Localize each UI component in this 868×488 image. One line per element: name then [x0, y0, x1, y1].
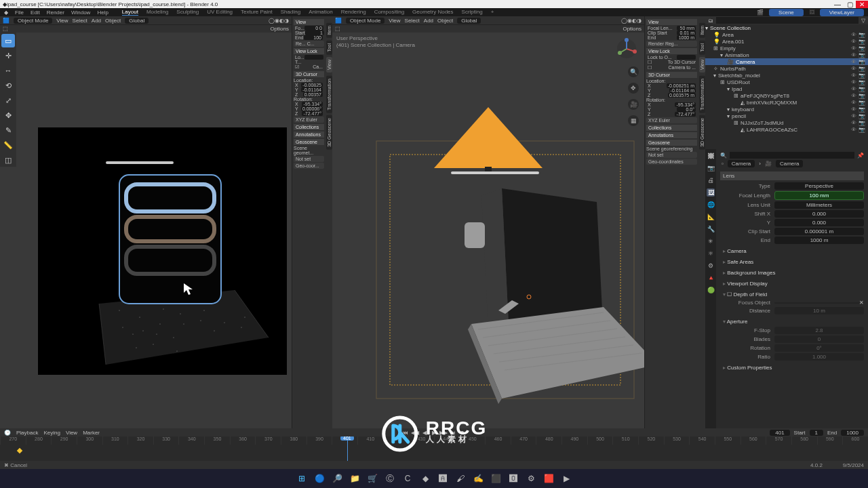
outliner-vis-icon[interactable]: 📷: [859, 86, 865, 92]
shading-icons[interactable]: ◯◉◐◑: [269, 18, 289, 24]
outliner-vis-icon[interactable]: 👁: [851, 106, 856, 113]
np-collections[interactable]: Collections: [294, 124, 324, 130]
tb-gear[interactable]: ⚙: [524, 472, 538, 485]
ntab-item[interactable]: Item: [326, 23, 332, 38]
window-max-button[interactable]: ▢: [844, 1, 856, 8]
ntab-view[interactable]: View: [326, 57, 332, 73]
start-frame-field[interactable]: 1: [810, 430, 823, 436]
tb-pen[interactable]: ✍: [471, 472, 485, 485]
tool-annotate[interactable]: ✎: [1, 123, 15, 137]
outliner-vis-icon[interactable]: 📷: [859, 59, 865, 65]
np-loc-x[interactable]: -0.00825: [301, 83, 323, 87]
tb-start[interactable]: ⊞: [295, 472, 309, 485]
pt-phys[interactable]: ⚛: [707, 249, 715, 258]
outliner-vis-icon[interactable]: 👁: [851, 79, 856, 85]
shifty-value[interactable]: 0.000: [774, 219, 864, 226]
window-min-button[interactable]: —: [831, 1, 844, 8]
outliner-item[interactable]: ⊞NJJxIZoTJsdMUd👁📷: [705, 119, 868, 126]
play-button[interactable]: ▶: [430, 429, 438, 436]
shiftx-value[interactable]: 0.000: [774, 210, 864, 218]
np-3dcursor-hdr[interactable]: 3D Cursor: [294, 71, 324, 77]
workspace-modeling[interactable]: Modeling: [146, 9, 168, 16]
outliner-type-icon[interactable]: 🗂: [708, 18, 713, 24]
cancel-text[interactable]: Cancel: [10, 462, 27, 468]
pt-scene[interactable]: 🌐: [707, 201, 715, 209]
camera-view-icon[interactable]: 🎥: [628, 99, 639, 110]
outliner-vis-icon[interactable]: 📷: [859, 73, 865, 79]
outliner-item[interactable]: ✧NurbsPath👁📷: [705, 65, 868, 72]
np-annotations[interactable]: Annotations: [294, 131, 324, 138]
workspace-animation[interactable]: Animation: [309, 9, 333, 16]
clipstart-value[interactable]: 0.000001 m: [774, 228, 864, 235]
pt-viewlayer[interactable]: 🖼: [707, 188, 715, 197]
outliner-vis-icon[interactable]: 📷: [859, 106, 865, 113]
outliner-item[interactable]: ▾pencil👁📷: [705, 113, 868, 119]
rnp-geoscene[interactable]: Geoscene: [646, 140, 697, 146]
workspace-rendering[interactable]: Rendering: [341, 9, 366, 16]
editor-type-icon-r[interactable]: 🟦: [335, 18, 342, 24]
outliner-vis-icon[interactable]: 👁: [851, 73, 856, 79]
rnp-start-val[interactable]: 0.01 m: [677, 30, 696, 35]
tl-menu-keying[interactable]: Keying: [43, 430, 60, 436]
play-rev-button[interactable]: ◀: [420, 429, 429, 436]
outliner-vis-icon[interactable]: 📷: [859, 52, 865, 58]
rnp-end-val[interactable]: 1000 m: [677, 35, 696, 40]
rnp-euler[interactable]: XYZ Euler: [646, 117, 697, 123]
rnp-lockto-val[interactable]: [677, 55, 696, 60]
np-view-hdr[interactable]: View: [294, 19, 324, 25]
timeline-track[interactable]: 2702802903003103203303403503603703803904…: [0, 436, 868, 461]
sec-safe[interactable]: Safe Areas: [720, 258, 864, 266]
shading-icons-r[interactable]: ◯◉◐◑: [621, 18, 642, 24]
workspace-texpaint[interactable]: Texture Paint: [241, 9, 273, 16]
outliner-vis-icon[interactable]: 👁: [851, 45, 856, 52]
focusobj-clear-icon[interactable]: ✕: [859, 300, 864, 306]
np-geoscene[interactable]: Geoscene: [294, 139, 324, 145]
prop-search-input[interactable]: [730, 152, 854, 159]
np-start-val[interactable]: 1: [305, 30, 324, 35]
rnp-3dcursor-hdr[interactable]: 3D Cursor: [646, 72, 697, 78]
keyframe-marker[interactable]: [16, 448, 22, 453]
outliner-filter-icon[interactable]: ▽: [861, 18, 865, 24]
record-button[interactable]: ⏺: [458, 429, 467, 436]
vp-menu-select[interactable]: Select: [73, 18, 87, 24]
rnp-geo[interactable]: Geo-coordinates: [646, 159, 697, 165]
outliner-item[interactable]: ▾Scene Collection: [705, 24, 868, 31]
pt-object[interactable]: 🔧: [707, 225, 715, 233]
rotation-value[interactable]: 0°: [774, 344, 864, 352]
tb-search[interactable]: 🔎: [330, 472, 344, 485]
pt-printer[interactable]: 🖨: [707, 176, 715, 184]
workspace-scripting[interactable]: Scripting: [462, 9, 483, 16]
mode-select[interactable]: Object Mode: [14, 18, 52, 24]
timeline-type-icon[interactable]: 🕑: [4, 430, 11, 436]
sec-bg[interactable]: Background Images: [720, 268, 864, 277]
rnp-camto[interactable]: Camera to ...: [669, 65, 696, 70]
left-vp-canvas[interactable]: ▭ ✛ ↔ ⟲ ⤢ ✥ ✎ 📏 ◫: [0, 33, 292, 428]
outliner-item[interactable]: ▾Ipad👁📷: [705, 85, 868, 92]
current-frame-field[interactable]: 401: [770, 430, 789, 436]
sec-vpdisp[interactable]: Viewport Display: [720, 279, 864, 288]
outliner-vis-icon[interactable]: 📷: [859, 127, 865, 133]
outliner-item[interactable]: ⊞USDRoot👁📷: [705, 79, 868, 85]
menu-file[interactable]: File: [15, 9, 24, 16]
outliner-vis-icon[interactable]: 📷: [859, 39, 865, 45]
outliner-item[interactable]: ◭bmhXVkcRJQMXXM👁📷: [705, 99, 868, 106]
menu-help[interactable]: Help: [97, 9, 108, 16]
clipend-value[interactable]: 1000 m: [774, 237, 864, 244]
tl-menu-marker[interactable]: Marker: [83, 430, 100, 436]
tb-app-d[interactable]: ◆: [418, 472, 432, 485]
outliner-item[interactable]: 🎥Camera👁📷: [705, 58, 868, 65]
rntab-item[interactable]: Item: [699, 23, 705, 38]
np-viewlock-hdr[interactable]: View Lock: [294, 48, 324, 54]
pt-mod[interactable]: ✳: [707, 237, 715, 245]
outliner-vis-icon[interactable]: 👁: [851, 32, 856, 38]
np-end-val[interactable]: 100: [304, 35, 323, 40]
vp-menu-view-r[interactable]: View: [389, 18, 400, 24]
outliner-item[interactable]: ⊞aFeFJQN5YsgPeT8👁📷: [705, 92, 868, 99]
lens-header[interactable]: Lens: [720, 171, 864, 180]
tb-copilot[interactable]: 🔵: [313, 472, 326, 485]
rnp-notset[interactable]: Not set: [646, 152, 697, 158]
menu-render[interactable]: Render: [47, 9, 64, 16]
workspace-compositing[interactable]: Compositing: [374, 9, 404, 16]
outliner-vis-icon[interactable]: 👁: [851, 52, 856, 58]
outliner-item[interactable]: 💡Area.001👁📷: [705, 38, 868, 45]
